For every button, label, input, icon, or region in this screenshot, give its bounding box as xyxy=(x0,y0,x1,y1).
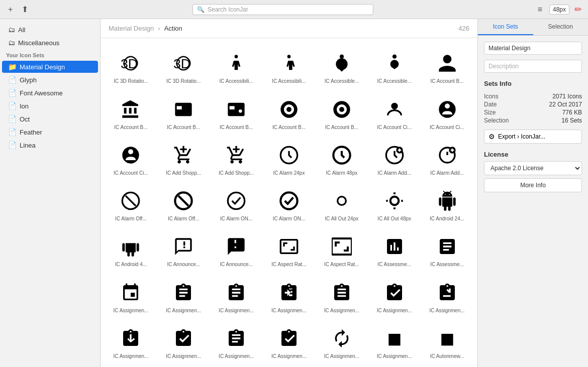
icon-cell[interactable]: IC Assignmen... xyxy=(315,271,368,317)
icon-cell[interactable]: IC Assignmen... xyxy=(157,317,210,363)
sets-info-val: 22 Oct 2017 xyxy=(549,101,582,108)
license-select[interactable]: Apache 2.0 License xyxy=(484,161,582,175)
icon-cell[interactable]: ◼IC Autorenew... xyxy=(421,317,473,363)
sidebar-item-all[interactable]: 🗂 All xyxy=(2,24,98,36)
icon-cell[interactable]: IC Alarm Add... xyxy=(421,134,473,180)
sidebar-section-label: Your Icon Sets xyxy=(0,49,100,60)
icon-label: IC Assignmen... xyxy=(265,308,314,313)
icon-cell[interactable]: IC Alarm ON... xyxy=(263,180,316,225)
icon-label: IC Assignmen... xyxy=(265,353,314,359)
export-label: Export › IconJar... xyxy=(498,133,545,140)
export-button[interactable]: ⚙ Export › IconJar... xyxy=(484,130,582,144)
icon-cell[interactable]: IC Account B... xyxy=(210,88,263,134)
icon-cell[interactable]: IC Account Ci... xyxy=(368,88,421,134)
sidebar-item-font-awesome[interactable]: 📄 Font Awesome xyxy=(2,87,98,99)
search-bar[interactable]: 🔍 Search IconJar xyxy=(192,4,373,15)
icon-label: IC Assignmen... xyxy=(212,353,261,359)
icon-cell[interactable]: IC Alarm Add... xyxy=(368,134,421,180)
icon-cell[interactable]: IC Add Shopp... xyxy=(157,134,210,180)
sidebar-item-material-design[interactable]: 📁 Material Design xyxy=(2,61,98,73)
export-button[interactable]: ⬆ xyxy=(20,4,30,15)
icon-cell[interactable]: IC Account B... xyxy=(263,88,316,134)
icon-cell[interactable]: IC Alarm 48px xyxy=(315,134,368,180)
icon-cell[interactable]: IC Assessme... xyxy=(421,225,473,271)
icon-image xyxy=(171,189,195,213)
icon-image xyxy=(224,189,248,213)
icon-cell[interactable]: IC Android 4... xyxy=(105,225,157,271)
icon-cell[interactable]: IC Assignmen... xyxy=(315,317,368,363)
sidebar-label-feather: Feather xyxy=(20,129,42,136)
icon-cell[interactable]: IC Account Ci... xyxy=(105,134,157,180)
icon-label: IC All Out 24px xyxy=(317,216,366,221)
icon-image xyxy=(382,281,407,305)
icon-cell[interactable]: IC Assignmen... xyxy=(157,271,210,317)
sidebar-item-ion[interactable]: 📄 Ion xyxy=(2,100,98,112)
icon-cell[interactable]: IC Alarm 24px xyxy=(263,134,316,180)
sidebar-item-miscellaneous[interactable]: 🗂 Miscellaneous xyxy=(2,37,98,49)
icon-cell[interactable]: 3DIC 3D Rotatio... xyxy=(157,42,210,88)
icon-cell[interactable]: IC Account B... xyxy=(157,88,210,134)
icon-cell[interactable]: ◼IC Assignmen... xyxy=(368,317,421,363)
description-input[interactable] xyxy=(484,60,582,73)
sidebar-item-glyph[interactable]: 📄 Glyph xyxy=(2,74,98,86)
icon-cell[interactable]: IC Assignmen... xyxy=(263,317,316,363)
sidebar-item-oct[interactable]: 📄 Oct xyxy=(2,113,98,125)
icon-cell[interactable]: IC Assignmen... xyxy=(421,271,473,317)
icon-cell[interactable]: IC All Out 48px xyxy=(368,180,421,225)
icon-cell[interactable]: IC Assignmen... xyxy=(210,271,263,317)
icon-cell[interactable]: 3DIC 3D Rotatio... xyxy=(105,42,157,88)
icon-cell[interactable]: IC Accessibili... xyxy=(210,42,263,88)
icon-cell[interactable]: IC Assignmen... xyxy=(105,271,157,317)
icon-cell[interactable]: IC Assignmen... xyxy=(368,271,421,317)
icon-cell[interactable]: IC Announce... xyxy=(157,225,210,271)
linea-icon: 📄 xyxy=(8,141,17,149)
icon-image xyxy=(171,234,195,259)
icon-cell[interactable]: IC Accessible... xyxy=(315,42,368,88)
glyph-icon: 📄 xyxy=(8,76,17,84)
icon-cell[interactable]: IC Aspect Rat... xyxy=(263,225,316,271)
svg-point-32 xyxy=(338,197,346,205)
svg-point-14 xyxy=(339,107,344,112)
more-info-button[interactable]: More Info xyxy=(484,178,582,192)
tab-icon-sets[interactable]: Icon Sets xyxy=(478,19,533,35)
icon-label: IC Account Ci... xyxy=(370,125,419,130)
icon-cell[interactable]: IC Account B... xyxy=(315,88,368,134)
icon-image xyxy=(435,51,459,75)
icon-cell[interactable]: IC Announce... xyxy=(210,225,263,271)
icon-cell[interactable]: IC Alarm Off... xyxy=(105,180,157,225)
sets-info-rows: Icons2071 IconsDate22 Oct 2017Size776 KB… xyxy=(484,92,582,125)
titlebar-right: ≡ 48px ✏ xyxy=(536,4,582,15)
icon-cell[interactable]: IC Accessible... xyxy=(368,42,421,88)
icon-cell[interactable]: IC Android 24... xyxy=(421,180,473,225)
tab-selection[interactable]: Selection xyxy=(533,19,589,35)
icon-cell[interactable]: IC Add Shopp... xyxy=(210,134,263,180)
icon-cell[interactable]: IC Alarm Off... xyxy=(157,180,210,225)
icon-cell[interactable]: IC Alarm ON... xyxy=(210,180,263,225)
icon-cell[interactable]: IC Assessme... xyxy=(368,225,421,271)
name-input[interactable] xyxy=(484,42,582,55)
icon-label: IC Assignmen... xyxy=(317,308,366,313)
search-icon: 🔍 xyxy=(197,6,205,13)
icon-cell[interactable]: IC Accessibili... xyxy=(263,42,316,88)
license-title: License xyxy=(484,151,582,158)
add-button[interactable]: + xyxy=(6,4,15,15)
icon-label: IC Accessibili... xyxy=(265,78,314,84)
icon-cell[interactable]: IC Assignmen... xyxy=(105,317,157,363)
sidebar-label-all: All xyxy=(18,26,25,34)
icon-cell[interactable]: IC Account Ci... xyxy=(421,88,473,134)
icon-cell[interactable]: IC Account B... xyxy=(105,88,157,134)
icon-cell[interactable]: IC Aspect Rat... xyxy=(315,225,368,271)
icon-cell[interactable]: IC All Out 24px xyxy=(315,180,368,225)
sidebar-item-feather[interactable]: 📄 Feather xyxy=(2,126,98,138)
icon-cell[interactable]: IC Assignmen... xyxy=(263,271,316,317)
icon-label: IC Android 24... xyxy=(423,216,471,221)
icon-cell[interactable]: IC Account B... xyxy=(421,42,473,88)
svg-point-16 xyxy=(439,101,455,117)
right-panel-tabs: Icon Sets Selection xyxy=(478,19,588,36)
icon-label: IC Add Shopp... xyxy=(212,170,261,176)
menu-button[interactable]: ≡ xyxy=(536,4,544,15)
icon-image xyxy=(330,234,354,259)
icon-cell[interactable]: IC Assignmen... xyxy=(210,317,263,363)
sidebar-item-linea[interactable]: 📄 Linea xyxy=(2,139,98,151)
icon-label: IC Android 4... xyxy=(107,262,155,267)
